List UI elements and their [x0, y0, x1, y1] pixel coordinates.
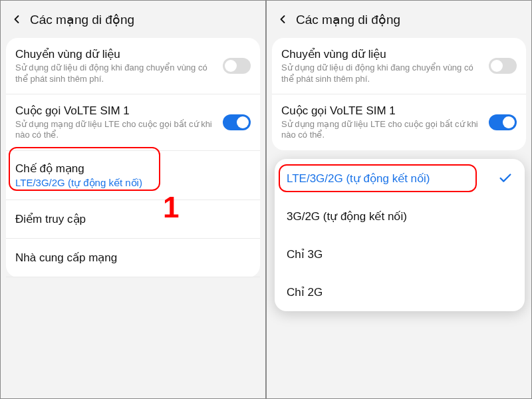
- page-title: Các mạng di động: [296, 12, 400, 27]
- data-roaming-sub: Sử dụng dữ liệu di động khi đang chuyển …: [281, 63, 483, 84]
- header: Các mạng di động: [267, 1, 531, 38]
- volte-sub: Sử dụng mạng dữ liệu LTE cho cuộc gọi bấ…: [281, 119, 483, 141]
- settings-card: Chuyển vùng dữ liệu Sử dụng dữ liệu di đ…: [272, 38, 526, 150]
- menu-item-2g[interactable]: Chỉ 2G: [275, 273, 525, 311]
- volte-title: Cuộc gọi VoLTE SIM 1: [281, 104, 483, 118]
- data-roaming-item[interactable]: Chuyển vùng dữ liệu Sử dụng dữ liệu di đ…: [272, 38, 526, 94]
- menu-item-3g[interactable]: Chỉ 3G: [275, 235, 525, 273]
- data-roaming-item[interactable]: Chuyển vùng dữ liệu Sử dụng dữ liệu di đ…: [6, 38, 260, 94]
- screen-left: Các mạng di động Chuyển vùng dữ liệu Sử …: [0, 0, 266, 399]
- network-mode-item[interactable]: Chế độ mạng LTE/3G/2G (tự động kết nối): [6, 151, 260, 200]
- data-roaming-title: Chuyển vùng dữ liệu: [281, 47, 483, 61]
- header: Các mạng di động: [1, 1, 265, 38]
- network-mode-menu: LTE/3G/2G (tự động kết nối) 3G/2G (tự độ…: [275, 159, 525, 311]
- data-roaming-title: Chuyển vùng dữ liệu: [15, 47, 217, 61]
- operators-item[interactable]: Nhà cung cấp mạng: [6, 239, 260, 277]
- network-mode-title: Chế độ mạng: [15, 162, 251, 176]
- check-icon: [498, 171, 513, 186]
- settings-card: Chuyển vùng dữ liệu Sử dụng dữ liệu di đ…: [6, 38, 260, 277]
- menu-item-3g-2g[interactable]: 3G/2G (tự động kết nối): [275, 198, 525, 235]
- data-roaming-toggle[interactable]: [489, 58, 517, 74]
- back-icon[interactable]: [7, 10, 26, 29]
- volte-sub: Sử dụng mạng dữ liệu LTE cho cuộc gọi bấ…: [15, 119, 217, 141]
- volte-toggle[interactable]: [223, 114, 251, 130]
- volte-toggle[interactable]: [489, 114, 517, 130]
- volte-item[interactable]: Cuộc gọi VoLTE SIM 1 Sử dụng mạng dữ liệ…: [272, 94, 526, 150]
- back-icon[interactable]: [273, 10, 292, 29]
- data-roaming-sub: Sử dụng dữ liệu di động khi đang chuyển …: [15, 63, 217, 84]
- screen-right: Các mạng di động Chuyển vùng dữ liệu Sử …: [266, 0, 532, 399]
- volte-title: Cuộc gọi VoLTE SIM 1: [15, 104, 217, 118]
- apn-item[interactable]: Điểm truy cập: [6, 200, 260, 239]
- menu-item-lte-3g-2g[interactable]: LTE/3G/2G (tự động kết nối): [275, 159, 525, 198]
- page-title: Các mạng di động: [30, 12, 134, 27]
- volte-item[interactable]: Cuộc gọi VoLTE SIM 1 Sử dụng mạng dữ liệ…: [6, 94, 260, 151]
- network-mode-value: LTE/3G/2G (tự động kết nối): [15, 177, 251, 189]
- data-roaming-toggle[interactable]: [223, 58, 251, 74]
